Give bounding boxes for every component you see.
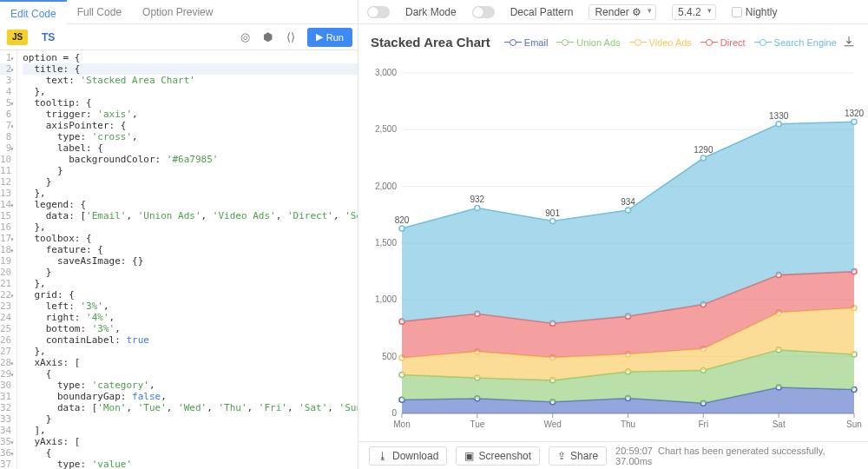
svg-point-57: [399, 226, 404, 231]
svg-text:820: 820: [395, 215, 410, 225]
tab-full-code[interactable]: Full Code: [67, 0, 132, 24]
stacked-area-chart: 05001,0001,5002,0002,5003,000MonTueWedTh…: [358, 24, 868, 441]
svg-text:Wed: Wed: [543, 419, 561, 429]
nightly-checkbox[interactable]: [732, 7, 742, 17]
code-icon[interactable]: ⟨⟩: [282, 29, 299, 46]
run-button[interactable]: ▶ Run: [307, 28, 352, 47]
nightly-option[interactable]: Nightly: [732, 6, 778, 18]
download-button[interactable]: ⭳Download: [369, 446, 447, 466]
lang-js-badge[interactable]: JS: [7, 30, 28, 45]
svg-text:3,000: 3,000: [375, 68, 397, 77]
chart-area: Stacked Area Chart Email Union Ads Video…: [358, 24, 868, 441]
svg-text:2,000: 2,000: [375, 182, 397, 191]
svg-text:932: 932: [470, 195, 484, 204]
preview-panel: Dark Mode Decal Pattern Render ⚙ 5.4.2 N…: [358, 0, 868, 469]
svg-point-60: [626, 208, 631, 213]
status-text: 20:59:07 Chart has been generated succes…: [615, 446, 858, 466]
code-editor[interactable]: 1▾2▾345▾67▾89▾1011121314▾151617▾18▾19202…: [0, 50, 358, 469]
svg-text:1320: 1320: [845, 109, 865, 118]
renderer-select[interactable]: Render ⚙: [589, 4, 656, 20]
svg-text:1290: 1290: [694, 145, 713, 155]
svg-text:Sun: Sun: [846, 419, 862, 429]
svg-text:2,500: 2,500: [375, 124, 397, 134]
svg-point-63: [852, 119, 857, 124]
svg-point-58: [475, 205, 480, 210]
svg-text:934: 934: [621, 197, 635, 207]
tab-edit-code[interactable]: Edit Code: [0, 0, 67, 24]
svg-text:Sat: Sat: [773, 419, 786, 429]
svg-text:500: 500: [382, 352, 397, 361]
dark-mode-toggle[interactable]: [367, 6, 390, 18]
code-tabs: Edit Code Full Code Option Preview: [0, 0, 358, 24]
svg-text:1,000: 1,000: [375, 294, 397, 304]
screenshot-button[interactable]: ▣Screenshot: [456, 446, 540, 466]
decal-label: Decal Pattern: [510, 6, 574, 18]
svg-text:Thu: Thu: [621, 419, 635, 429]
svg-text:901: 901: [545, 208, 560, 218]
camera-icon: ▣: [464, 450, 474, 462]
svg-text:1330: 1330: [769, 111, 789, 121]
preview-toolbar: Dark Mode Decal Pattern Render ⚙ 5.4.2 N…: [358, 0, 868, 24]
decal-toggle[interactable]: [472, 6, 495, 18]
format-icon[interactable]: ◎: [237, 29, 254, 46]
editor-panel: Edit Code Full Code Option Preview JS TS…: [0, 0, 358, 469]
play-icon: ▶: [316, 31, 323, 43]
lang-ts-tab[interactable]: TS: [42, 31, 55, 43]
download-icon: ⭳: [378, 450, 388, 462]
share-icon: ⇪: [557, 450, 566, 462]
run-label: Run: [326, 32, 344, 43]
tab-option-preview[interactable]: Option Preview: [132, 0, 223, 24]
dark-mode-label: Dark Mode: [405, 6, 457, 18]
svg-point-61: [700, 155, 706, 161]
editor-toolbar: JS TS ◎ ⬢ ⟨⟩ ▶ Run: [0, 24, 358, 50]
svg-text:0: 0: [391, 408, 397, 418]
package-icon[interactable]: ⬢: [260, 29, 277, 46]
svg-point-62: [776, 122, 781, 127]
svg-text:1,500: 1,500: [375, 238, 397, 248]
svg-point-59: [550, 219, 556, 224]
version-select[interactable]: 5.4.2: [672, 4, 716, 20]
preview-footer: ⭳Download ▣Screenshot ⇪Share 20:59:07 Ch…: [358, 441, 868, 469]
svg-text:Mon: Mon: [393, 419, 410, 429]
svg-text:Tue: Tue: [470, 419, 484, 429]
share-button[interactable]: ⇪Share: [549, 446, 607, 466]
svg-text:Fri: Fri: [698, 419, 708, 429]
